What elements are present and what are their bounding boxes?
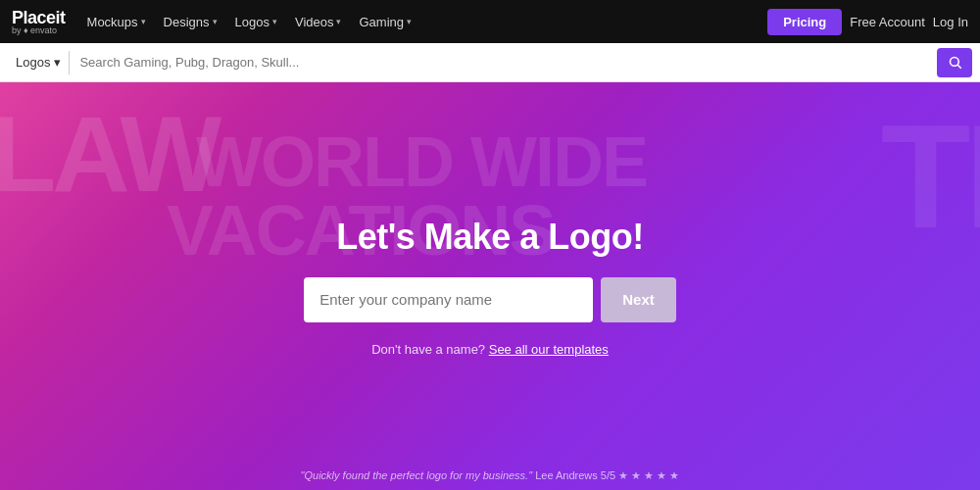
chevron-down-icon: ▾ [272, 17, 277, 26]
svg-line-1 [957, 65, 960, 68]
nav-gaming[interactable]: Gaming ▾ [351, 11, 419, 33]
logo-text: Placeit [12, 9, 66, 26]
star-rating: ★ ★ ★ ★ ★ [618, 469, 679, 481]
search-bar: Logos ▾ [0, 43, 980, 82]
logo[interactable]: Placeit by ♦ envato [12, 9, 66, 35]
pricing-button[interactable]: Pricing [767, 9, 842, 35]
hero-section: LAW WORLD WIDE VACATIONS TI Let's Make a… [0, 82, 980, 490]
nav-videos[interactable]: Videos ▾ [287, 11, 350, 33]
search-icon [948, 55, 962, 70]
company-name-input[interactable] [304, 277, 593, 322]
logo-sub: by ♦ envato [12, 26, 66, 35]
search-button[interactable] [937, 48, 972, 77]
nav-right: Pricing Free Account Log In [767, 9, 968, 35]
login-link[interactable]: Log In [933, 15, 968, 29]
nav-designs[interactable]: Designs ▾ [156, 11, 225, 33]
hero-title: Let's Make a Logo! [336, 217, 644, 258]
watermark-world: WORLD WIDE [196, 122, 647, 202]
watermark-right: TI [881, 92, 980, 262]
chevron-down-icon: ▾ [141, 17, 146, 26]
navbar: Placeit by ♦ envato Mockups ▾ Designs ▾ … [0, 0, 980, 43]
svg-point-0 [950, 58, 958, 67]
testimonial-author: Lee Andrews 5/5 [535, 469, 615, 481]
chevron-down-icon: ▾ [407, 17, 412, 26]
category-dropdown[interactable]: Logos ▾ [8, 51, 70, 74]
nav-logos[interactable]: Logos ▾ [227, 11, 285, 33]
nav-links: Mockups ▾ Designs ▾ Logos ▾ Videos ▾ Gam… [79, 11, 764, 33]
watermark-law: LAW [0, 100, 218, 208]
no-name-text: Don't have a name? See all our templates [371, 342, 609, 357]
free-account-link[interactable]: Free Account [850, 15, 925, 29]
hero-testimonial: "Quickly found the perfect logo for my b… [0, 469, 980, 482]
logo-input-row: Next [304, 277, 676, 322]
see-templates-link[interactable]: See all our templates [489, 342, 609, 357]
hero-content: Let's Make a Logo! Next Don't have a nam… [304, 217, 676, 357]
next-button[interactable]: Next [601, 277, 676, 322]
chevron-down-icon: ▾ [336, 17, 341, 26]
chevron-down-icon: ▾ [54, 55, 61, 70]
search-input[interactable] [70, 55, 937, 70]
chevron-down-icon: ▾ [213, 17, 218, 26]
nav-mockups[interactable]: Mockups ▾ [79, 11, 154, 33]
